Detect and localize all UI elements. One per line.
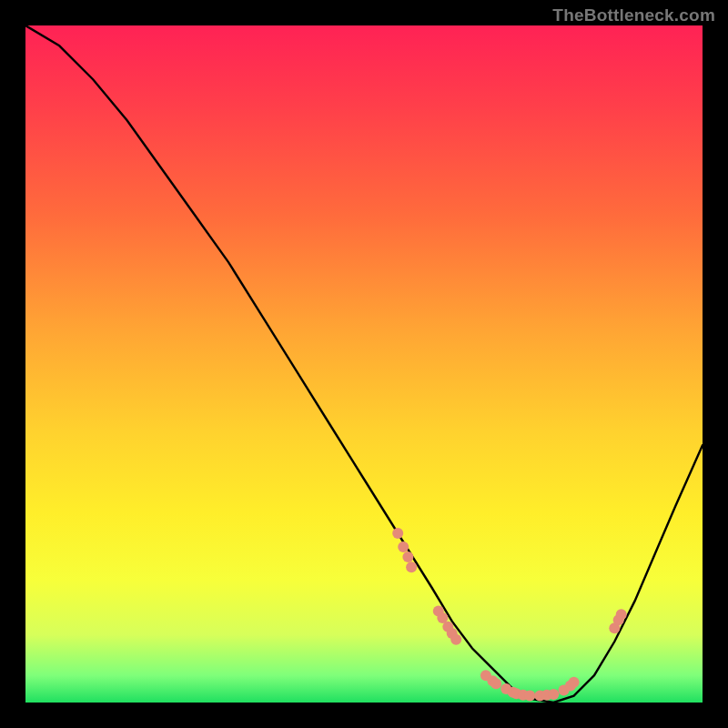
highlight-dot xyxy=(402,551,413,562)
highlight-dot xyxy=(392,528,403,539)
highlight-dots-group xyxy=(392,528,627,702)
highlight-dot xyxy=(548,689,559,700)
highlight-dot xyxy=(398,541,409,552)
bottleneck-curve-svg xyxy=(25,25,703,703)
chart-plot-area xyxy=(25,25,703,703)
highlight-dot xyxy=(569,677,580,688)
highlight-dot xyxy=(616,609,627,620)
bottleneck-curve-path xyxy=(25,25,703,703)
highlight-dot xyxy=(406,561,417,572)
highlight-dot xyxy=(490,678,501,689)
highlight-dot xyxy=(524,691,535,702)
highlight-dot xyxy=(450,634,461,645)
watermark-text: TheBottleneck.com xyxy=(552,5,715,25)
